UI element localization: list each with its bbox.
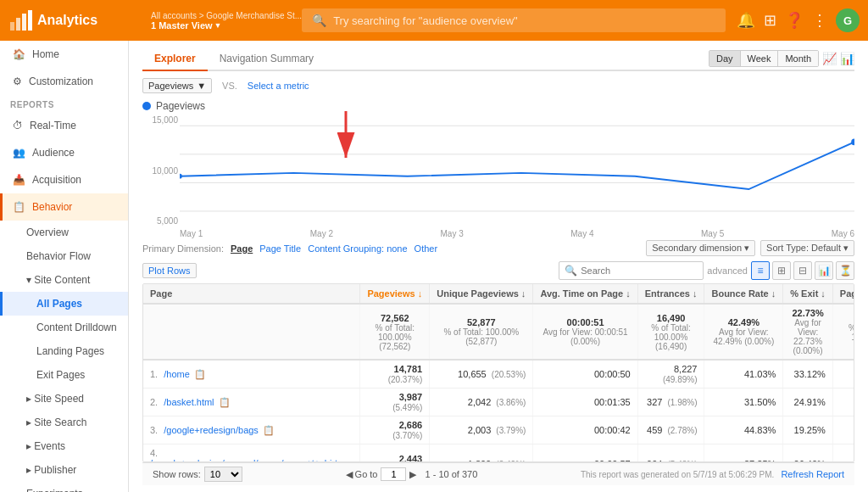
chart-wrapper: [180, 115, 854, 226]
sidebar-item-all-pages[interactable]: All Pages: [0, 292, 128, 316]
chart-bar-icon[interactable]: 📊: [840, 52, 854, 65]
select-metric-link[interactable]: Select a metric: [248, 81, 309, 91]
page-nav: ◀ Go to ▶ 1 - 10 of 370: [346, 467, 478, 481]
notifications-icon[interactable]: 🔔: [737, 11, 755, 30]
show-rows-select[interactable]: 10 25 100: [204, 467, 242, 482]
sidebar-item-realtime[interactable]: ⏱ Real-Time: [0, 112, 128, 139]
tab-explorer[interactable]: Explorer: [142, 48, 208, 71]
data-table: Page Pageviews ↓ Unique Pageviews ↓ Avg.…: [143, 284, 854, 462]
th-bounce-rate[interactable]: Bounce Rate ↓: [704, 284, 783, 304]
analytics-logo-icon: [8, 8, 32, 32]
table-toolbar: Plot Rows 🔍 advanced ≡ ⊞ ⊟ 📊 ⏳: [142, 261, 854, 280]
chart-detail-icon[interactable]: 📊: [815, 261, 833, 280]
reports-section-header: REPORTS: [0, 95, 128, 112]
sidebar-item-experiments[interactable]: Experiments: [0, 482, 128, 492]
sidebar-item-home[interactable]: 🏠 Home: [0, 41, 128, 68]
page-link[interactable]: /basket.html: [164, 397, 214, 407]
tab-navigation[interactable]: Navigation Summary: [208, 48, 326, 71]
sidebar-label-behavior: Behavior: [32, 201, 72, 213]
customization-icon: ⚙: [13, 75, 22, 87]
svg-rect-2: [22, 14, 26, 31]
sidebar-label-behavior-flow: Behavior Flow: [26, 250, 91, 262]
sidebar-label-all-pages: All Pages: [36, 298, 82, 310]
th-pageviews[interactable]: Pageviews ↓: [360, 284, 430, 304]
th-entrances[interactable]: Entrances ↓: [637, 284, 704, 304]
search-input[interactable]: [333, 14, 715, 27]
sidebar-item-overview[interactable]: Overview: [0, 221, 128, 244]
sidebar-item-behavior[interactable]: 📋 Behavior: [0, 193, 128, 221]
chart-controls: Pageviews ▼ VS. Select a metric: [142, 78, 854, 93]
table-search-input[interactable]: [581, 266, 698, 276]
sidebar-label-acquisition: Acquisition: [32, 174, 81, 186]
table-view-icon[interactable]: ≡: [751, 261, 770, 280]
sidebar-item-events[interactable]: ▸ Events: [0, 434, 128, 458]
sidebar-item-audience[interactable]: 👥 Audience: [0, 139, 128, 166]
comparison-icon[interactable]: ⊞: [772, 261, 791, 280]
sidebar-item-customization[interactable]: ⚙ Customization: [0, 68, 128, 95]
th-pct-exit[interactable]: % Exit ↓: [783, 284, 833, 304]
day-btn[interactable]: Day: [709, 51, 741, 66]
sidebar-item-site-content[interactable]: ▾ Site Content: [0, 268, 128, 292]
plot-rows-btn[interactable]: Plot Rows: [142, 263, 197, 278]
th-unique-pageviews[interactable]: Unique Pageviews ↓: [430, 284, 533, 304]
svg-rect-3: [28, 10, 32, 31]
page-link[interactable]: /home: [164, 369, 190, 379]
advanced-link[interactable]: advanced: [707, 266, 748, 276]
week-btn[interactable]: Week: [741, 51, 779, 66]
dim-other-link[interactable]: Other: [415, 243, 438, 254]
th-page-value[interactable]: Page Value ↓: [832, 284, 854, 304]
sidebar-label-exit-pages: Exit Pages: [36, 369, 85, 381]
th-page[interactable]: Page: [143, 284, 360, 304]
th-avg-time[interactable]: Avg. Time on Page ↓: [533, 284, 637, 304]
pageviews-dropdown[interactable]: Pageviews ▼: [142, 78, 212, 93]
sidebar-label-landing-pages: Landing Pages: [36, 345, 104, 357]
chart-area-wrapper: 15,000 10,000 5,000: [142, 115, 854, 226]
table-search-box[interactable]: 🔍: [559, 261, 704, 280]
more-options-icon[interactable]: ⋮: [812, 11, 827, 30]
main-content: Explorer Navigation Summary Day Week Mon…: [129, 41, 868, 492]
sidebar-item-content-drilldown[interactable]: Content Drilldown: [0, 316, 128, 339]
pivot-icon[interactable]: ⊟: [793, 261, 812, 280]
go-to-input[interactable]: [381, 467, 406, 481]
month-btn[interactable]: Month: [778, 51, 818, 66]
primary-dim-label: Primary Dimension:: [142, 243, 224, 254]
svg-rect-1: [16, 18, 20, 31]
chart-date-controls: Day Week Month 📈 📊: [709, 48, 854, 70]
app-name: Analytics: [37, 13, 97, 28]
sidebar-item-landing-pages[interactable]: Landing Pages: [0, 339, 128, 363]
sidebar-item-site-speed[interactable]: ▸ Site Speed: [0, 387, 128, 411]
search-box[interactable]: 🔍: [302, 8, 726, 32]
dimension-bar: Primary Dimension: Page Page Title Conte…: [142, 240, 854, 256]
sidebar-label-experiments: Experiments: [26, 488, 83, 492]
chart-line-icon[interactable]: 📈: [822, 52, 837, 65]
page-range: 1 - 10 of 370: [425, 469, 477, 479]
apps-icon[interactable]: ⊞: [764, 11, 776, 30]
page-nav-forward[interactable]: ▶: [409, 469, 416, 480]
home-icon: 🏠: [13, 48, 25, 60]
secondary-dimension-btn[interactable]: Secondary dimension ▾: [646, 240, 755, 256]
table-row: 1. /home 📋 14,781 (20.37%) 10,655 (20.53…: [143, 360, 854, 389]
top-bar: Analytics All accounts > Google Merchand…: [0, 0, 868, 41]
show-rows-label: Show rows:: [153, 469, 201, 479]
sort-type-btn[interactable]: Sort Type: Default ▾: [760, 240, 854, 256]
sidebar-item-site-search[interactable]: ▸ Site Search: [0, 411, 128, 434]
svg-point-8: [851, 139, 854, 146]
sidebar-item-acquisition[interactable]: 📥 Acquisition: [0, 166, 128, 193]
sidebar-item-publisher[interactable]: ▸ Publisher: [0, 458, 128, 482]
lifetime-icon[interactable]: ⏳: [836, 261, 854, 280]
dim-page-title-link[interactable]: Page Title: [259, 243, 301, 254]
sidebar-item-behavior-flow[interactable]: Behavior Flow: [0, 244, 128, 268]
sidebar-label-overview: Overview: [26, 226, 69, 238]
refresh-report-btn[interactable]: Refresh Report: [781, 469, 844, 479]
help-icon[interactable]: ❓: [785, 11, 804, 30]
table-view-icons: ≡ ⊞ ⊟ 📊 ⏳: [751, 261, 854, 280]
sidebar-label-site-content: ▾ Site Content: [26, 274, 90, 286]
dim-content-grouping-link[interactable]: Content Grouping: none: [308, 243, 407, 254]
table-header-row: Page Pageviews ↓ Unique Pageviews ↓ Avg.…: [143, 284, 854, 304]
legend-dot: [142, 102, 151, 110]
sidebar-item-exit-pages[interactable]: Exit Pages: [0, 363, 128, 387]
table-row: 4. /google+redesign/apparel/mens/mens+t+…: [143, 444, 854, 463]
avatar[interactable]: G: [836, 8, 860, 32]
dim-page-link[interactable]: Page: [231, 243, 253, 254]
page-link[interactable]: /google+redesign/bags: [164, 425, 259, 435]
